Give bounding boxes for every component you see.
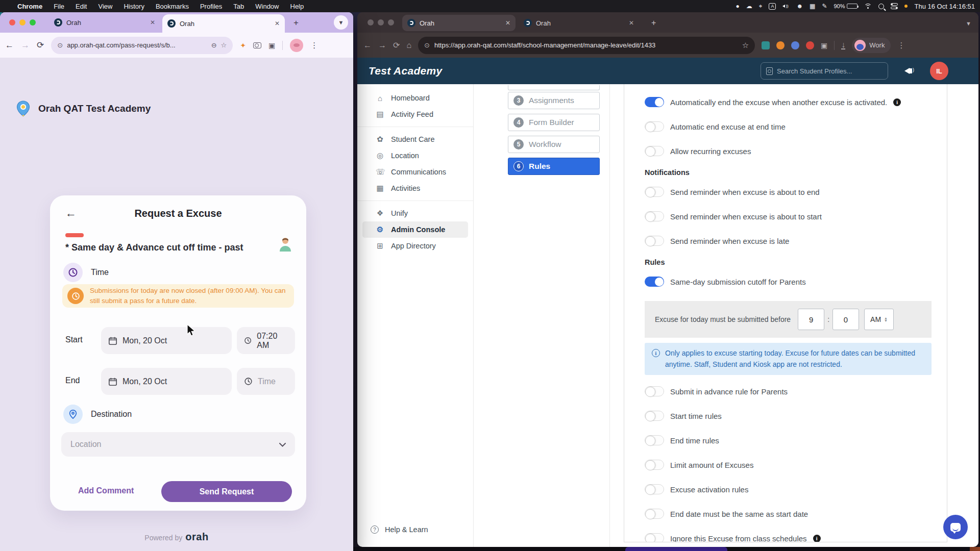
forward-button[interactable]: → bbox=[21, 40, 30, 51]
extension-icon[interactable] bbox=[791, 41, 799, 49]
input-source-icon[interactable]: A bbox=[769, 3, 776, 10]
location-select[interactable]: Location bbox=[61, 432, 295, 457]
record-icon[interactable]: ● bbox=[736, 0, 739, 12]
tab-search-chevron[interactable]: ▼ bbox=[966, 20, 971, 27]
end-date-field[interactable]: Mon, 20 Oct bbox=[101, 368, 232, 395]
menubar-item-file[interactable]: File bbox=[54, 3, 64, 10]
cutoff-hour-input[interactable]: 9 bbox=[798, 309, 824, 330]
toggle-off[interactable] bbox=[645, 211, 664, 221]
menubar-item-chrome[interactable]: Chrome bbox=[17, 3, 42, 10]
sidebar-item-admin-console[interactable]: ⚙Admin Console bbox=[362, 221, 468, 238]
extension-icon[interactable] bbox=[776, 41, 785, 49]
zoom-out-icon[interactable]: ⊖ bbox=[211, 41, 217, 49]
menubar-item-history[interactable]: History bbox=[124, 3, 144, 10]
add-comment-link[interactable]: Add Comment bbox=[78, 486, 134, 495]
reload-button[interactable]: ⟳ bbox=[37, 40, 44, 51]
hearing-icon[interactable]: ☻ bbox=[796, 0, 803, 12]
extension-icon[interactable]: ✦ bbox=[240, 41, 246, 49]
bookmark-star-icon[interactable]: ☆ bbox=[221, 41, 227, 49]
cutoff-minute-input[interactable]: 0 bbox=[832, 309, 859, 330]
sidebar-item-communications[interactable]: ☏Communications bbox=[362, 164, 468, 180]
toggle-off[interactable] bbox=[645, 460, 664, 470]
menubar-item-view[interactable]: View bbox=[98, 3, 112, 10]
menubar-item-tab[interactable]: Tab bbox=[233, 3, 244, 10]
menubar-item-bookmarks[interactable]: Bookmarks bbox=[156, 3, 189, 10]
toggle-off[interactable] bbox=[645, 187, 664, 197]
start-date-field[interactable]: Mon, 20 Oct bbox=[101, 327, 232, 354]
reload-button[interactable]: ⟳ bbox=[393, 40, 400, 50]
extension-icon[interactable] bbox=[806, 41, 814, 49]
back-button[interactable]: ← bbox=[363, 41, 372, 50]
address-bar[interactable]: ⊙ app.orah-qat.com/pass-request/s/b... ⊖… bbox=[51, 37, 233, 54]
toggle-on[interactable] bbox=[645, 97, 664, 107]
browser-tab-active[interactable]: Orah ✕ bbox=[162, 14, 285, 33]
site-settings-icon[interactable]: ⊙ bbox=[424, 41, 430, 49]
browser-tab[interactable]: Orah ✕ bbox=[49, 14, 160, 31]
window-controls-inactive[interactable] bbox=[368, 19, 394, 26]
browser-tab[interactable]: Orah ✕ bbox=[519, 15, 639, 31]
url-text[interactable]: https://app.orah-qat.com/staff/school-ma… bbox=[434, 41, 738, 49]
minimize-window-button[interactable] bbox=[19, 19, 26, 26]
info-icon[interactable]: i bbox=[813, 535, 821, 542]
toggle-off[interactable] bbox=[645, 121, 664, 132]
control-center-icon[interactable] bbox=[891, 3, 898, 9]
new-tab-button[interactable]: + bbox=[293, 18, 299, 28]
intercom-chat-button[interactable] bbox=[943, 515, 968, 539]
step-form-builder[interactable]: 4Form Builder bbox=[508, 114, 600, 131]
menubar-clock[interactable]: Thu 16 Oct 14:16:51 bbox=[914, 3, 975, 10]
pencil-icon[interactable]: ✎ bbox=[822, 0, 827, 12]
send-request-button[interactable]: Send Request bbox=[161, 481, 292, 502]
tab-search-chevron[interactable]: ▼ bbox=[334, 15, 348, 30]
step-rules[interactable]: 6Rules bbox=[508, 158, 600, 175]
close-tab-icon[interactable]: ✕ bbox=[275, 20, 280, 27]
toggle-off[interactable] bbox=[645, 386, 664, 396]
menubar-item-window[interactable]: Window bbox=[255, 3, 279, 10]
menubar-item-edit[interactable]: Edit bbox=[76, 3, 87, 10]
sidebar-item-unify[interactable]: ❖Unify bbox=[362, 205, 468, 221]
step-workflow[interactable]: 5Workflow bbox=[508, 136, 600, 153]
user-avatar[interactable]: IL bbox=[930, 62, 948, 80]
wifi-icon[interactable] bbox=[864, 4, 872, 9]
sidebar-item-app-directory[interactable]: ⊞App Directory bbox=[362, 238, 468, 254]
new-tab-button[interactable]: + bbox=[651, 18, 656, 28]
address-bar[interactable]: ⊙ https://app.orah-qat.com/staff/school-… bbox=[418, 37, 755, 54]
site-settings-icon[interactable]: ⊙ bbox=[57, 41, 63, 49]
menubar-item-profiles[interactable]: Profiles bbox=[200, 3, 222, 10]
home-button[interactable]: ⌂ bbox=[406, 41, 411, 50]
download-icon[interactable]: ↓ bbox=[841, 41, 845, 49]
toggle-off[interactable] bbox=[645, 484, 664, 494]
toggle-off[interactable] bbox=[645, 236, 664, 246]
window-controls[interactable] bbox=[9, 19, 36, 26]
toggle-off[interactable] bbox=[645, 146, 664, 156]
close-tab-icon[interactable]: ✕ bbox=[629, 19, 634, 27]
toggle-off[interactable] bbox=[645, 435, 664, 445]
browser-menu-icon[interactable]: ⋮ bbox=[897, 41, 905, 50]
cutoff-meridiem-select[interactable]: AM▲▼ bbox=[864, 309, 894, 330]
browser-profile-chip[interactable]: Work bbox=[852, 38, 891, 53]
browser-menu-icon[interactable]: ⋮ bbox=[310, 41, 318, 50]
back-button[interactable]: ← bbox=[5, 40, 14, 51]
sidebar-item-student-care[interactable]: ✿Student Care bbox=[362, 131, 468, 147]
forward-button[interactable]: → bbox=[378, 41, 386, 50]
cloud-icon[interactable]: ☁ bbox=[746, 0, 752, 12]
sidebar-item-homeboard[interactable]: ⌂Homeboard bbox=[362, 90, 468, 106]
screenshot-extension-icon[interactable] bbox=[253, 42, 261, 48]
start-time-field[interactable]: 07:20 AM bbox=[237, 327, 295, 354]
end-time-field[interactable]: Time bbox=[237, 368, 295, 395]
step-assignments[interactable]: 3Assignments bbox=[508, 92, 600, 109]
battery-indicator[interactable]: 90% bbox=[834, 3, 857, 9]
toggle-off[interactable] bbox=[645, 533, 664, 542]
zoom-window-button[interactable] bbox=[30, 19, 36, 26]
bookmark-star-icon[interactable]: ☆ bbox=[742, 41, 749, 50]
sidebar-item-activities[interactable]: ▦Activities bbox=[362, 180, 468, 196]
student-search-box[interactable]: Search Student Profiles... bbox=[761, 62, 888, 80]
close-tab-icon[interactable]: ✕ bbox=[505, 19, 510, 27]
menubar-item-help[interactable]: Help bbox=[290, 3, 304, 10]
extension-icon[interactable] bbox=[762, 41, 770, 49]
sidebar-item-help[interactable]: ? Help & Learn bbox=[371, 525, 428, 534]
toggle-on[interactable] bbox=[645, 277, 664, 287]
extensions-puzzle-icon[interactable]: ▣ bbox=[268, 41, 275, 49]
info-icon[interactable]: i bbox=[893, 98, 901, 106]
browser-tab-active[interactable]: Orah ✕ bbox=[402, 15, 516, 31]
extensions-puzzle-icon[interactable]: ▣ bbox=[821, 41, 827, 49]
